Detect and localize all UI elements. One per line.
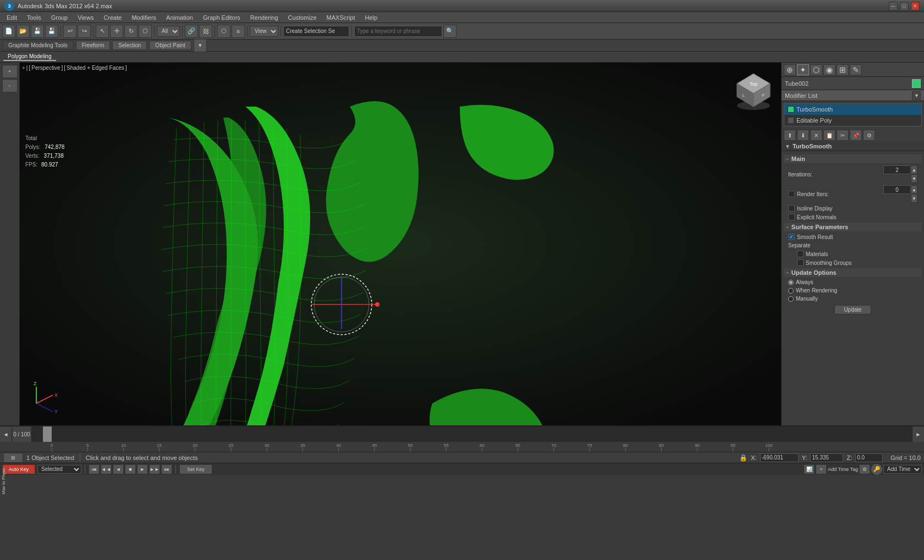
utility-panel-icon[interactable]: ✎: [850, 64, 862, 75]
maximize-button[interactable]: □: [900, 2, 909, 10]
unlink-btn[interactable]: ⛓: [199, 25, 212, 38]
menu-item-views[interactable]: Views: [73, 13, 98, 22]
manually-radio[interactable]: [788, 296, 794, 302]
motion-panel-icon[interactable]: ◉: [823, 64, 835, 75]
menu-item-maxscript[interactable]: MAXScript: [322, 13, 360, 22]
move-down-btn[interactable]: ⬇: [797, 130, 809, 141]
key-icon[interactable]: 🔑: [871, 464, 882, 475]
display-panel-icon[interactable]: ⊞: [837, 64, 849, 75]
copy-modifier-btn[interactable]: 📋: [823, 130, 835, 141]
smooth-result-checkbox[interactable]: [788, 234, 795, 240]
play-back-btn[interactable]: ◄: [113, 464, 124, 474]
modifier-list-dropdown-btn[interactable]: ▾: [912, 91, 921, 100]
iterations-up-btn[interactable]: ▲: [911, 165, 917, 174]
iterations-value[interactable]: 2: [883, 165, 911, 174]
coord-x-input[interactable]: [760, 453, 799, 462]
create-selection-input[interactable]: [283, 26, 349, 37]
graphite-extra-btn[interactable]: ▾: [194, 39, 207, 52]
menu-item-group[interactable]: Group: [47, 13, 73, 22]
polygon-modeling-tab[interactable]: Polygon Modeling: [3, 53, 56, 61]
left-btn-1[interactable]: +: [2, 65, 18, 78]
when-rendering-radio[interactable]: [788, 288, 794, 293]
update-button[interactable]: Update: [834, 305, 871, 314]
search-btn[interactable]: 🔍: [443, 25, 457, 38]
move-btn[interactable]: ✛: [110, 25, 123, 38]
open-btn[interactable]: 📂: [16, 25, 30, 38]
update-options-header[interactable]: − Update Options: [784, 268, 922, 277]
view-dropdown[interactable]: View: [250, 26, 278, 37]
time-prev-btn[interactable]: ◄: [0, 426, 12, 442]
go-start-btn[interactable]: ⏮: [89, 464, 100, 474]
align-btn[interactable]: ≡: [232, 25, 245, 38]
menu-item-edit[interactable]: Edit: [2, 13, 21, 22]
move-up-btn[interactable]: ⬆: [784, 130, 796, 141]
graphite-tab-modeling[interactable]: Graphite Modeling Tools: [2, 41, 74, 50]
menu-item-create[interactable]: Create: [99, 13, 126, 22]
mirror-btn[interactable]: ⬡: [217, 25, 230, 38]
menu-item-graph-editors[interactable]: Graph Editors: [199, 13, 245, 22]
search-input[interactable]: [354, 26, 442, 37]
create-panel-icon[interactable]: ⊕: [784, 64, 796, 75]
graphite-tab-selection[interactable]: Selection: [112, 41, 147, 50]
iterations-down-btn[interactable]: ▼: [911, 174, 917, 183]
isoline-display-checkbox[interactable]: [788, 205, 795, 212]
set-key-button[interactable]: Set Key: [179, 464, 212, 474]
graphite-tab-object-paint[interactable]: Object Paint: [149, 41, 191, 50]
modifier-eye-editablepoly[interactable]: [788, 117, 794, 124]
collapse-modifier-btn[interactable]: ▼: [785, 143, 790, 149]
next-frame-btn[interactable]: ►►: [149, 464, 160, 474]
add-time-tag-btn[interactable]: +: [816, 464, 827, 474]
render-iters-checkbox[interactable]: [788, 191, 795, 197]
stop-btn[interactable]: ■: [125, 464, 136, 474]
rotate-btn[interactable]: ↻: [124, 25, 138, 38]
render-iters-down-btn[interactable]: ▼: [911, 194, 917, 203]
undo-btn[interactable]: ↩: [63, 25, 76, 38]
modifier-item-turbosmooth[interactable]: TurboSmooth: [784, 104, 921, 115]
coord-z-input[interactable]: [855, 453, 883, 462]
render-iters-up-btn[interactable]: ▲: [911, 185, 917, 194]
time-track[interactable]: [32, 426, 912, 442]
close-button[interactable]: ✕: [911, 2, 920, 10]
menu-item-rendering[interactable]: Rendering: [246, 13, 283, 22]
link-btn[interactable]: 🔗: [185, 25, 198, 38]
explicit-normals-checkbox[interactable]: [788, 214, 795, 220]
menu-item-help[interactable]: Help: [361, 13, 382, 22]
time-next-btn[interactable]: ►: [912, 426, 924, 442]
menu-item-tools[interactable]: Tools: [23, 13, 46, 22]
play-fwd-btn[interactable]: ►: [137, 464, 148, 474]
menu-item-modifiers[interactable]: Modifiers: [127, 13, 161, 22]
object-color-swatch[interactable]: [912, 79, 921, 88]
coord-y-input[interactable]: [810, 453, 843, 462]
smoothing-groups-checkbox[interactable]: [797, 259, 804, 266]
save-as-btn[interactable]: 💾: [45, 25, 58, 38]
menu-item-customize[interactable]: Customize: [284, 13, 321, 22]
main-section-header[interactable]: − Main: [784, 154, 922, 163]
go-end-btn[interactable]: ⏭: [161, 464, 172, 474]
materials-checkbox[interactable]: [797, 251, 804, 257]
viewport[interactable]: + | [ Perspective ] [ Shaded + Edged Fac…: [20, 63, 781, 425]
time-config-btn[interactable]: ⚙: [859, 464, 870, 474]
left-btn-2[interactable]: −: [2, 79, 18, 92]
render-iters-spinner[interactable]: 0 ▲ ▼: [883, 185, 917, 203]
scale-btn[interactable]: ⬡: [139, 25, 152, 38]
delete-modifier-btn[interactable]: ✕: [810, 130, 822, 141]
surface-params-header[interactable]: − Surface Parameters: [784, 223, 922, 231]
graphite-tab-freeform[interactable]: Freeform: [76, 41, 111, 50]
modifier-eye-turbosmooth[interactable]: [788, 106, 794, 113]
left-panel-toggle[interactable]: ⊞: [3, 453, 23, 463]
config-btn[interactable]: ⚙: [863, 130, 875, 141]
auto-key-dropdown[interactable]: Selected: [37, 465, 81, 474]
select-filter-dropdown[interactable]: All: [157, 26, 180, 37]
minimize-button[interactable]: ─: [889, 2, 898, 10]
iterations-spinner[interactable]: 2 ▲ ▼: [883, 165, 917, 183]
filter-keys-dropdown[interactable]: Add Time Tag: [883, 465, 922, 474]
select-btn[interactable]: ↖: [96, 25, 109, 38]
cut-modifier-btn[interactable]: ✂: [837, 130, 849, 141]
menu-item-animation[interactable]: Animation: [162, 13, 197, 22]
modifier-item-editablepoly[interactable]: Editable Poly: [784, 115, 921, 126]
modify-panel-icon[interactable]: ✦: [797, 64, 809, 75]
nav-cube[interactable]: Top F L: [732, 68, 776, 112]
prev-frame-btn[interactable]: ◄◄: [101, 464, 112, 474]
render-iters-value[interactable]: 0: [883, 185, 911, 194]
pin-modifier-btn[interactable]: 📌: [850, 130, 862, 141]
